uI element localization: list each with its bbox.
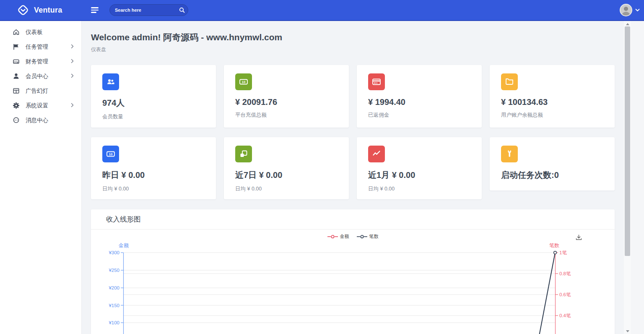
chart-header: 收入线形图 <box>91 209 615 230</box>
copy-icon <box>235 146 252 162</box>
stat-card-last7days: 近7日 ¥ 0.00 日均 ¥ 0.00 <box>224 137 349 199</box>
trend-icon <box>368 146 385 162</box>
sidebar-item-label: 会员中心 <box>26 73 48 80</box>
sidebar-item-label: 广告幻灯 <box>26 87 48 95</box>
y-left-tick: ¥150 <box>108 303 119 308</box>
chevron-right-icon <box>71 58 74 65</box>
money-icon: 10 <box>102 146 119 162</box>
stat-label: 日均 ¥ 0.00 <box>368 185 470 193</box>
stat-card-yesterday: 10 昨日 ¥ 0.00 日均 ¥ 0.00 <box>91 137 216 199</box>
flag-icon <box>13 43 20 50</box>
top-navbar: Ventura <box>0 0 644 21</box>
y-left-tick: ¥200 <box>108 285 119 290</box>
stat-label: 日均 ¥ 0.00 <box>102 185 205 193</box>
stat-value: ¥ 20091.76 <box>235 97 338 107</box>
gear-icon <box>13 102 20 109</box>
user-avatar[interactable] <box>620 4 632 16</box>
users-icon <box>102 73 119 90</box>
table-icon <box>13 87 20 94</box>
y-right-tick: 1笔 <box>559 250 567 255</box>
stat-value: 启动任务次数:0 <box>501 170 603 181</box>
scroll-down-button[interactable] <box>624 328 631 334</box>
chevron-right-icon <box>71 102 74 109</box>
stat-value: 昨日 ¥ 0.00 <box>102 170 205 181</box>
home-icon <box>13 29 20 36</box>
sidebar-item-messages[interactable]: 消息中心 <box>0 113 81 128</box>
search-input[interactable] <box>115 8 179 13</box>
credit-card-icon <box>368 73 385 90</box>
stat-card-last1month: 近1月 ¥ 0.00 日均 ¥ 0.00 <box>357 137 482 199</box>
sidebar-item-tasks[interactable]: 任务管理 <box>0 39 81 54</box>
page-title: Welcome admin! 阿奇源码 - www.hnymwl.com <box>91 31 615 43</box>
stat-card-recharge-total: 10 ¥ 20091.76 平台充值总额 <box>224 65 349 128</box>
message-icon <box>13 117 20 124</box>
main-content: Welcome admin! 阿奇源码 - www.hnymwl.com 仪表盘… <box>82 21 624 334</box>
sidebar-item-ads[interactable]: 广告幻灯 <box>0 84 81 98</box>
money-icon: 10 <box>235 73 252 90</box>
stat-value: ¥ 100134.63 <box>501 97 603 107</box>
page-scrollbar[interactable] <box>624 21 631 334</box>
brand-logo-icon <box>17 4 29 16</box>
scroll-up-button[interactable] <box>624 21 631 27</box>
y-right-axis-name: 笔数 <box>549 243 559 248</box>
sidebar-item-finance[interactable]: 财务管理 <box>0 54 81 69</box>
stat-value: 近7日 ¥ 0.00 <box>235 170 338 181</box>
sidebar-item-label: 仪表板 <box>26 29 43 36</box>
chevron-right-icon <box>71 73 74 79</box>
sidebar: 仪表板 任务管理 财务管理 会员中心 广告幻灯 系统设置 消息中心 <box>0 21 82 334</box>
sidebar-item-settings[interactable]: 系统设置 <box>0 98 81 113</box>
folder-icon <box>501 73 518 90</box>
sidebar-item-label: 系统设置 <box>26 102 48 110</box>
y-right-tick: 0.6笔 <box>559 292 571 297</box>
brand[interactable]: Ventura <box>0 4 82 16</box>
chart-title: 收入线形图 <box>106 215 141 223</box>
svg-text:10: 10 <box>109 152 113 156</box>
stat-label: 已返佣金 <box>368 112 470 119</box>
series-count-line <box>539 253 555 334</box>
stat-value: 近1月 ¥ 0.00 <box>368 170 470 181</box>
y-left-tick: ¥100 <box>108 320 119 325</box>
scrollbar-thumb[interactable] <box>625 26 630 256</box>
y-left-tick: ¥250 <box>108 268 119 273</box>
sidebar-item-label: 财务管理 <box>26 58 48 65</box>
user-menu-chevron-icon[interactable] <box>635 8 640 12</box>
sidebar-toggle-button[interactable] <box>91 6 99 15</box>
y-right-tick: 0.8笔 <box>559 271 571 276</box>
right-gutter <box>631 21 644 334</box>
sidebar-item-dashboard[interactable]: 仪表板 <box>0 25 81 39</box>
navbar-right <box>620 4 644 16</box>
brand-name: Ventura <box>34 6 62 15</box>
stat-label: 用户账户余额总额 <box>501 112 603 119</box>
y-right-tick: 0.4笔 <box>559 313 571 318</box>
stat-value: ¥ 1994.40 <box>368 97 470 107</box>
sidebar-item-members[interactable]: 会员中心 <box>0 69 81 84</box>
stat-label: 平台充值总额 <box>235 112 338 119</box>
user-icon <box>13 73 20 80</box>
stat-card-balance-total: ¥ 100134.63 用户账户余额总额 <box>490 65 615 128</box>
sidebar-item-label: 消息中心 <box>26 117 48 124</box>
stat-label: 会员数量 <box>102 113 205 120</box>
income-line-chart: 金额 笔数 <box>91 230 615 334</box>
svg-text:10: 10 <box>242 80 246 84</box>
sidebar-item-label: 任务管理 <box>26 43 48 51</box>
chart-plot-area: 金额 ¥300 ¥250 ¥200 ¥150 ¥100 笔数 <box>91 230 615 334</box>
chevron-right-icon <box>71 44 74 50</box>
y-left-axis-name: 金额 <box>118 243 129 248</box>
wrench-icon <box>501 146 518 162</box>
stat-value: 974人 <box>102 97 205 109</box>
search-icon[interactable] <box>179 7 185 13</box>
y-left-tick: ¥300 <box>108 250 119 255</box>
stat-card-task-runs: 启动任务次数:0 <box>490 137 615 190</box>
stat-card-commission: ¥ 1994.40 已返佣金 <box>357 65 482 128</box>
series-count-point <box>554 251 557 254</box>
breadcrumb: 仪表盘 <box>91 46 615 53</box>
stat-card-members: 974人 会员数量 <box>91 65 216 128</box>
stat-label: 日均 ¥ 0.00 <box>235 185 338 193</box>
drive-icon <box>13 58 20 65</box>
navbar-search <box>109 4 188 16</box>
income-chart-card: 收入线形图 金额 笔数 <box>91 209 615 334</box>
